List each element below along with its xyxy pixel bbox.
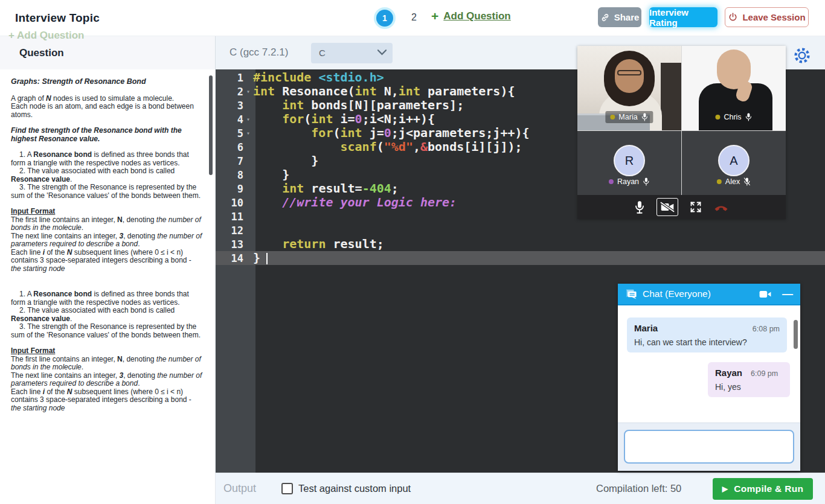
code-line[interactable]: 13 return result; [216,237,825,251]
settings-gear-icon[interactable] [793,46,811,65]
play-icon: ▶ [722,485,728,493]
name-chip-chris: Chris [710,111,757,123]
message-time: 6:09 pm [751,369,778,378]
text-cursor [266,253,268,264]
avatar: R [614,145,645,176]
compile-run-button[interactable]: ▶ Compile & Run [713,478,813,500]
presence-dot [717,179,722,184]
chat-scrollbar[interactable] [794,320,798,349]
avatar-tile-alex: A Alex [682,131,786,195]
leave-session-button[interactable]: Leave Session [725,7,809,27]
link-icon [600,13,610,22]
question-panel-header: Question [0,36,216,69]
message-text: Hi, can we start the interview? [634,337,780,347]
mic-icon [745,112,753,122]
video-tile-chris: Chris [682,46,786,130]
chat-header: Chat (Everyone) — [618,284,800,305]
video-camera-icon[interactable] [759,290,772,299]
participant-name: Rayan [617,177,639,186]
question-panel-title: Question [19,47,64,59]
share-label: Share [614,12,640,22]
chevron-down-icon [377,49,387,56]
question-tab-1[interactable]: 1 [376,10,393,27]
chat-input[interactable] [624,430,794,464]
name-chip-rayan: Rayan [604,176,655,188]
compile-run-label: Compile & Run [734,483,803,494]
name-chip-alex: Alex [712,176,756,188]
microphone-button[interactable] [634,200,645,214]
question-tab-2[interactable]: 2 [411,12,417,23]
custom-input-label: Test against custom input [298,483,411,494]
page-title: Interview Topic [15,11,100,25]
power-icon [728,12,738,22]
custom-input-checkbox[interactable] [281,483,293,494]
output-label: Output [223,482,256,495]
chat-message: Maria 6:08 pm Hi, can we start the inter… [627,317,787,352]
chat-title: Chat (Everyone) [643,289,753,299]
mic-muted-icon [743,177,751,187]
mic-icon [643,177,650,187]
avatar-tile-rayan: R Rayan [577,131,681,195]
output-bar: Output Test against custom input Compila… [216,473,825,504]
leave-session-label: Leave Session [742,12,805,22]
question-content: Graphs: Strength of Resonance BondA grap… [11,78,203,412]
language-select[interactable]: C [311,43,393,63]
code-line[interactable]: 12 [216,223,825,237]
question-panel: Graphs: Strength of Resonance BondA grap… [0,69,216,504]
code-line[interactable]: 14} [216,251,825,265]
presence-dot [715,115,720,120]
add-question-button[interactable]: + Add Question [431,10,511,22]
top-header: Interview Topic 1 2 + Add Question Share… [0,0,825,36]
interview-rating-label: Interview Rating [649,7,717,28]
message-sender: Maria [634,323,658,333]
share-button[interactable]: Share [598,7,641,27]
call-controls [577,195,786,219]
message-sender: Rayan [715,368,742,378]
avatar: A [718,145,750,176]
minimize-icon[interactable]: — [782,288,793,301]
chat-bubbles-icon [625,289,637,299]
chat-input-area [618,423,800,471]
name-chip-maria: Maria [605,111,653,123]
participant-name: Alex [725,177,740,186]
participant-name: Maria [618,113,637,121]
language-label: C (gcc 7.2.1) [230,46,288,59]
mic-icon [641,112,649,122]
video-tile-maria: Maria [577,46,681,130]
fullscreen-button[interactable] [690,201,702,213]
compilation-left-label: Compilation left: 50 [596,483,681,494]
interview-rating-button[interactable]: Interview Rating [649,7,717,27]
plus-icon: + [431,10,438,22]
camera-off-button[interactable] [656,198,678,216]
add-question-label: Add Question [443,10,510,22]
question-scrollbar[interactable] [209,75,213,175]
presence-dot [610,115,615,120]
participant-name: Chris [724,113,741,121]
message-time: 6:08 pm [753,325,780,333]
chat-panel: Chat (Everyone) — Maria 6:08 pm Hi, can … [618,284,800,471]
presence-dot [609,179,614,184]
message-text: Hi, yes [715,382,783,392]
chat-messages: Maria 6:08 pm Hi, can we start the inter… [618,307,800,423]
hang-up-button[interactable] [713,202,729,212]
video-call-panel: Maria Chris R Rayan A [577,46,786,219]
chat-message: Rayan 6:09 pm Hi, yes [708,362,790,397]
language-select-value: C [319,48,326,58]
